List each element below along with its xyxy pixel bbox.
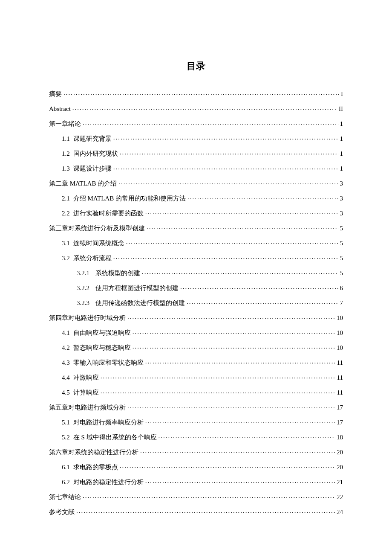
toc-entry[interactable]: 4.2暂态响应与稳态响应10 — [49, 343, 343, 351]
toc-label: 5.1对电路进行频率响应分析 — [62, 419, 144, 426]
toc-label: 2.2进行实验时所需要的函数 — [62, 210, 144, 217]
toc-leader — [120, 463, 335, 469]
toc-number: 5.2 — [62, 434, 70, 441]
toc-text: 对电路进行频率响应分析 — [73, 419, 144, 426]
toc-entry[interactable]: 3.2.3使用传递函数法进行模型的创建7 — [49, 299, 343, 306]
toc-entry[interactable]: 4.4冲激响应11 — [49, 373, 343, 381]
toc-entry[interactable]: 4.1自由响应与强迫响应10 — [49, 328, 343, 336]
toc-leader — [187, 299, 338, 305]
toc-leader — [140, 448, 335, 454]
toc-label: 第一章绪论 — [49, 121, 81, 127]
page-title: 目录 — [49, 60, 343, 73]
toc-number: 6.2 — [62, 479, 70, 485]
toc-label: 4.5计算响应 — [62, 389, 99, 396]
toc-page: 10 — [337, 315, 343, 321]
toc-entry[interactable]: 2.1介绍 MATLAB 的常用的功能和使用方法3 — [49, 194, 343, 202]
toc-entry[interactable]: AbstractII — [49, 105, 343, 112]
toc-page: 17 — [337, 419, 343, 426]
toc-text: 第七章结论 — [49, 494, 81, 500]
toc-page: 11 — [337, 375, 343, 381]
toc-leader — [147, 224, 338, 230]
toc-leader — [145, 358, 335, 365]
toc-leader — [127, 314, 335, 320]
toc-page: 1 — [340, 166, 343, 172]
toc-entry[interactable]: 第六章对系统的稳定性进行分析20 — [49, 448, 343, 456]
toc-entry[interactable]: 4.5计算响应11 — [49, 388, 343, 396]
toc-leader — [127, 403, 335, 410]
toc-number: 3.1 — [62, 240, 70, 247]
toc-label: 3.2.2使用方程框图进行模型的创建 — [77, 285, 179, 291]
toc-entry[interactable]: 1.3课题设计步骤1 — [49, 164, 343, 172]
toc-label: 1.1课题研究背景 — [62, 136, 112, 142]
toc-leader — [72, 105, 337, 111]
toc-entry[interactable]: 6.1求电路的零极点20 — [49, 463, 343, 471]
toc-page: 5 — [340, 255, 343, 262]
toc-leader — [101, 373, 335, 380]
toc-leader — [159, 433, 335, 439]
toc-entry[interactable]: 参考文献24 — [49, 508, 343, 515]
toc-number: 4.2 — [62, 345, 70, 351]
toc-page: 1 — [340, 121, 343, 127]
toc-entry[interactable]: 5.1对电路进行频率响应分析17 — [49, 418, 343, 426]
toc-label: 5.2在 S 域中得出系统的各个响应 — [62, 434, 157, 441]
toc-page: 11 — [337, 389, 343, 396]
toc-label: 6.1求电路的零极点 — [62, 464, 118, 471]
toc-text: Abstract — [49, 105, 71, 112]
toc-leader — [145, 209, 338, 215]
toc-label: 第四章对电路进行时域分析 — [49, 315, 126, 321]
toc-text: 第二章 MATLAB 的介绍 — [49, 180, 117, 187]
toc-label: 第二章 MATLAB 的介绍 — [49, 180, 117, 187]
toc-page: 22 — [337, 494, 343, 500]
toc-entry[interactable]: 第二章 MATLAB 的介绍3 — [49, 179, 343, 187]
toc-number: 3.2.1 — [77, 270, 89, 276]
toc-page: 5 — [340, 240, 343, 247]
toc-entry[interactable]: 6.2对电路的稳定性进行分析21 — [49, 478, 343, 485]
toc-entry[interactable]: 3.1连续时间系统概念5 — [49, 239, 343, 247]
toc-entry[interactable]: 第四章对电路进行时域分析10 — [49, 314, 343, 321]
toc-text: 介绍 MATLAB 的常用的功能和使用方法 — [73, 195, 186, 202]
toc-label: 4.2暂态响应与稳态响应 — [62, 345, 131, 351]
toc-number: 4.1 — [62, 330, 70, 336]
toc-leader — [126, 239, 338, 245]
toc-label: 6.2对电路的稳定性进行分析 — [62, 479, 144, 485]
toc-entry[interactable]: 第一章绪论1 — [49, 119, 343, 127]
toc-text: 计算响应 — [73, 389, 99, 396]
toc-label: 2.1介绍 MATLAB 的常用的功能和使用方法 — [62, 195, 186, 202]
toc-text: 零输入响应和零状态响应 — [73, 359, 144, 366]
toc-text: 求电路的零极点 — [73, 464, 118, 471]
toc-entry[interactable]: 5.2在 S 域中得出系统的各个响应18 — [49, 433, 343, 441]
toc-text: 第五章对电路进行频域分析 — [49, 404, 126, 411]
toc-number: 6.1 — [62, 464, 70, 471]
toc-label: 3.2系统分析流程 — [62, 255, 112, 262]
toc-text: 在 S 域中得出系统的各个响应 — [73, 434, 157, 441]
toc-leader — [142, 269, 338, 275]
toc-page: 24 — [337, 509, 343, 515]
toc-number: 1.3 — [62, 166, 70, 172]
toc-label: 1.3课题设计步骤 — [62, 166, 112, 172]
toc-number: 1.2 — [62, 151, 70, 157]
toc-text: 冲激响应 — [73, 374, 99, 381]
toc-entry[interactable]: 3.2.2使用方程框图进行模型的创建6 — [49, 284, 343, 291]
toc-label: Abstract — [49, 106, 71, 112]
toc-text: 系统分析流程 — [73, 255, 112, 262]
toc-leader — [187, 194, 338, 200]
toc-entry[interactable]: 第七章结论22 — [49, 493, 343, 500]
toc-entry[interactable]: 摘要I — [49, 90, 343, 97]
toc-entry[interactable]: 4.3零输入响应和零状态响应11 — [49, 358, 343, 366]
toc-entry[interactable]: 1.1课题研究背景1 — [49, 134, 343, 142]
toc-entry[interactable]: 3.2.1系统模型的创建5 — [49, 269, 343, 276]
toc-page: 20 — [337, 449, 343, 456]
toc-page: 21 — [337, 479, 343, 485]
toc-entry[interactable]: 1.2国内外研究现状1 — [49, 149, 343, 157]
toc-entry[interactable]: 第五章对电路进行频域分析17 — [49, 403, 343, 411]
toc-number: 3.2 — [62, 255, 70, 262]
toc-entry[interactable]: 2.2进行实验时所需要的函数3 — [49, 209, 343, 217]
toc-label: 4.3零输入响应和零状态响应 — [62, 360, 144, 366]
toc-number: 1.1 — [62, 136, 70, 142]
toc-entry[interactable]: 3.2系统分析流程5 — [49, 254, 343, 262]
toc-page: 3 — [340, 180, 343, 187]
toc-page: 5 — [340, 270, 343, 276]
toc-number: 4.5 — [62, 389, 70, 396]
toc-entry[interactable]: 第三章对系统进行分析及模型创建5 — [49, 224, 343, 232]
toc-page: 10 — [337, 330, 343, 336]
